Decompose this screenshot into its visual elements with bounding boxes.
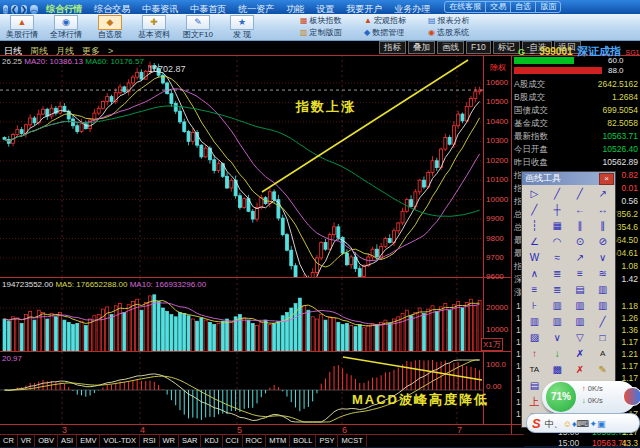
indicator-tab-MTM[interactable]: MTM — [266, 435, 290, 447]
draw-tool-40[interactable]: ↑ — [523, 346, 546, 362]
chart-button-[interactable]: 叠加 — [408, 41, 435, 54]
draw-tool-23[interactable]: ≋ — [591, 266, 614, 282]
draw-tool-28[interactable]: ⊦ — [523, 298, 546, 314]
close-icon[interactable]: × — [599, 173, 614, 185]
macd-chart-svg[interactable] — [0, 352, 512, 424]
indicator-tab-VR[interactable]: VR — [18, 435, 35, 447]
indicator-tab-KDJ[interactable]: KDJ — [201, 435, 222, 447]
indicator-tab-EMV[interactable]: EMV — [77, 435, 100, 447]
draw-tool-31[interactable]: ▥ — [591, 298, 614, 314]
draw-tool-35[interactable]: ╱ — [591, 314, 614, 330]
quick-button-2[interactable]: 自选 — [511, 2, 536, 12]
net-speed-widget[interactable]: 71% ↑ 0K/s ↓ 0K/s — [542, 379, 640, 415]
indicator-tab-MCST[interactable]: MCST — [338, 435, 366, 447]
toolbar-button-3[interactable]: ✚基本资料 — [132, 14, 176, 39]
menu-item-1[interactable]: 综合交易 — [88, 4, 136, 14]
toolbox-icon[interactable]: ▣ — [597, 419, 606, 429]
draw-tool-45[interactable]: ▩ — [546, 362, 569, 378]
skin-icon[interactable]: ✦ — [589, 419, 597, 429]
draw-tool-27[interactable]: ▥ — [591, 282, 614, 298]
chart-button-F10[interactable]: F10 — [466, 41, 491, 54]
emoji-icon[interactable]: ☺ — [563, 419, 572, 429]
draw-tool-18[interactable]: ↗ — [569, 250, 592, 266]
menu-item-2[interactable]: 中泰资讯 — [136, 4, 184, 14]
menu-item-6[interactable]: 设置 — [310, 4, 340, 14]
indicator-tab-WR[interactable]: WR — [160, 435, 180, 447]
toolbar-small-button-0[interactable]: ▦板块指数 — [300, 15, 364, 26]
period-tab-2[interactable]: 月线 — [52, 44, 78, 59]
draw-tool-0[interactable]: ▷ — [523, 186, 546, 202]
draw-tool-5[interactable]: ┼ — [546, 202, 569, 218]
chart-button-[interactable]: 画线 — [437, 41, 464, 54]
sogou-logo-icon[interactable]: S — [532, 416, 541, 431]
menu-item-4[interactable]: 统一资产 — [232, 4, 280, 14]
draw-tool-20[interactable]: ∧ — [523, 266, 546, 282]
draw-tool-17[interactable]: ≈ — [546, 250, 569, 266]
indicator-tab-SAR[interactable]: SAR — [179, 435, 201, 447]
menu-item-5[interactable]: 功能 — [280, 4, 310, 14]
draw-tool-47[interactable]: ✎ — [591, 362, 614, 378]
draw-tool-30[interactable]: ▥ — [569, 298, 592, 314]
draw-tool-41[interactable]: ↓ — [546, 346, 569, 362]
toolbar-small-button-3[interactable]: ▥定制版面 — [300, 27, 364, 38]
volume-chart-svg[interactable] — [0, 278, 512, 352]
toolbar-button-0[interactable]: ▲美股行情 — [0, 14, 44, 39]
quick-button-1[interactable]: 交易 — [486, 2, 511, 12]
draw-tool-29[interactable]: ▥ — [546, 298, 569, 314]
toolbar-small-button-5[interactable]: ◉选股系统 — [428, 27, 492, 38]
toolbar-small-button-2[interactable]: ▤报表分析 — [428, 15, 492, 26]
lang-icon[interactable]: 中 — [545, 419, 554, 429]
period-tab-4[interactable]: > — [104, 44, 117, 59]
indicator-tab-PSY[interactable]: PSY — [316, 435, 338, 447]
quick-button-3[interactable]: 版面 — [536, 2, 560, 12]
menu-item-0[interactable]: 综合行情 — [40, 4, 88, 14]
draw-tool-10[interactable]: ∥ — [569, 218, 592, 234]
draw-tool-13[interactable]: ◠ — [546, 234, 569, 250]
draw-tool-37[interactable]: ∨ — [546, 330, 569, 346]
draw-tool-7[interactable]: ↔ — [591, 202, 614, 218]
draw-tool-11[interactable]: ∥ — [591, 218, 614, 234]
quick-button-0[interactable]: 在线客服 — [445, 2, 486, 12]
draw-tool-33[interactable]: ▥ — [546, 314, 569, 330]
indicator-tab-ROC[interactable]: ROC — [243, 435, 267, 447]
toolbar-button-4[interactable]: ✎图文F10 — [176, 14, 220, 39]
keyboard-icon[interactable]: ⌨ — [576, 419, 589, 429]
draw-tool-34[interactable]: ▥ — [569, 314, 592, 330]
draw-tool-21[interactable]: ≣ — [546, 266, 569, 282]
draw-tool-42[interactable]: ✗ — [569, 346, 592, 362]
draw-tool-22[interactable]: ≡ — [569, 266, 592, 282]
forward-icon[interactable]: ❯ — [21, 5, 28, 14]
toolbar-button-1[interactable]: ◉全球行情 — [44, 14, 88, 39]
up-icon[interactable]: ︿ — [30, 5, 38, 14]
memory-percent-badge[interactable]: 71% — [546, 382, 576, 412]
indicator-tab-OBV[interactable]: OBV — [35, 435, 58, 447]
menu-item-3[interactable]: 中泰首页 — [184, 4, 232, 14]
toolbar-button-5[interactable]: ★发 现 — [220, 14, 264, 39]
indicator-tab-CR[interactable]: CR — [0, 435, 18, 447]
draw-tool-32[interactable]: ▥ — [523, 314, 546, 330]
accelerator-ball-icon[interactable] — [623, 387, 640, 406]
draw-tool-12[interactable]: ∠ — [523, 234, 546, 250]
draw-tool-43[interactable]: A — [591, 346, 614, 362]
draw-tool-38[interactable]: ▽ — [569, 330, 592, 346]
draw-tools-titlebar[interactable]: 画线工具 × — [522, 172, 615, 185]
home-icon[interactable]: ⌂ — [3, 5, 8, 14]
indicator-tab-CCI[interactable]: CCI — [223, 435, 243, 447]
draw-tool-25[interactable]: ≣ — [546, 282, 569, 298]
draw-tool-46[interactable]: ✗ — [569, 362, 592, 378]
draw-tool-39[interactable]: □ — [591, 330, 614, 346]
indicator-tab-BOLL[interactable]: BOLL — [290, 435, 316, 447]
toolbar-small-button-1[interactable]: ▲宏观指标 — [364, 15, 428, 26]
draw-tool-8[interactable]: ┆ — [523, 218, 546, 234]
back-icon[interactable]: ❮ — [11, 5, 18, 14]
indicator-tab-ASI[interactable]: ASI — [58, 435, 77, 447]
menu-item-7[interactable]: 我要开户 — [340, 4, 388, 14]
chart-button-[interactable]: 指标 — [379, 41, 406, 54]
draw-tool-1[interactable]: ╱ — [546, 186, 569, 202]
draw-tool-15[interactable]: ⊘ — [591, 234, 614, 250]
period-tab-3[interactable]: 更多 — [78, 44, 104, 59]
draw-tool-14[interactable]: ⊙ — [569, 234, 592, 250]
ime-toolbar[interactable]: S 中、☺♦⌨✦▣ — [526, 413, 640, 433]
draw-tool-6[interactable]: ← — [569, 202, 592, 218]
punct-icon[interactable]: 、 — [554, 419, 563, 429]
